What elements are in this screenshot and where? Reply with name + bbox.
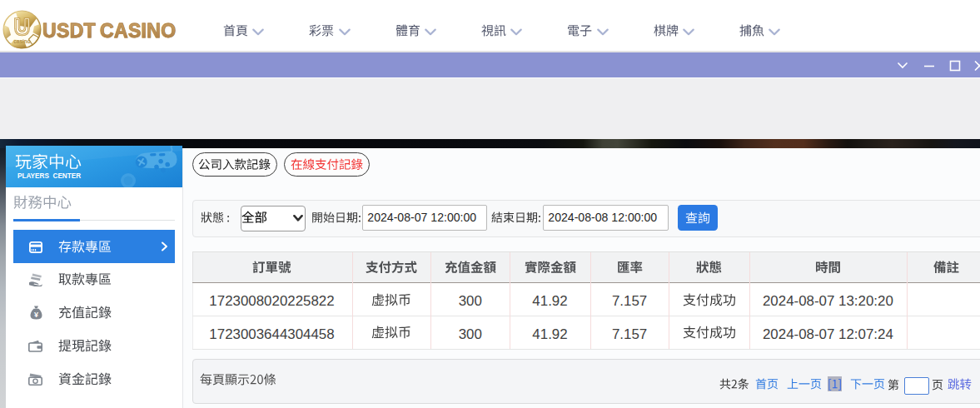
svg-text:¥: ¥	[34, 311, 38, 319]
svg-text:casino: casino	[13, 38, 31, 44]
